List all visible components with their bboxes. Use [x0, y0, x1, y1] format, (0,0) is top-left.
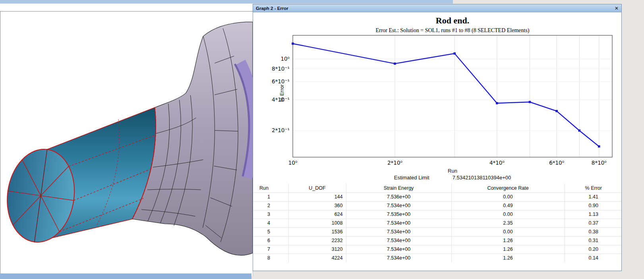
table-cell: 0.38: [565, 227, 621, 236]
table-cell: 0.90: [565, 201, 621, 210]
table-cell: 7.534e+00: [346, 245, 451, 254]
data-point-marker: [529, 101, 531, 103]
table-cell: 0.00: [451, 210, 565, 219]
close-icon[interactable]: ✕: [615, 6, 619, 11]
table-cell: 1.26: [451, 236, 565, 245]
table-cell: 3120: [288, 245, 346, 254]
table-cell: 7: [253, 245, 288, 254]
table-cell: 360: [288, 201, 346, 210]
table-cell: 0.14: [565, 254, 621, 262]
table-cell: 7.534e+00: [346, 219, 451, 227]
data-point-marker: [555, 110, 558, 112]
chart-title: Rod end.: [293, 15, 612, 26]
table-cell: 0.20: [565, 245, 621, 254]
graph-window: Graph 2 - Error ✕ Rod end. Error Est.: S…: [253, 4, 622, 271]
table-cell: 0.49: [451, 201, 565, 210]
viewport-header-gap: [0, 4, 253, 11]
table-cell: 7.534e+00: [346, 201, 451, 210]
y-tick-label: 2*10⁻¹: [272, 127, 290, 133]
table-row: 410087.534e+002.350.37: [253, 219, 621, 227]
column-header-u-dof: U_DOF: [288, 184, 346, 192]
table-cell: 7.534e+00: [346, 236, 451, 245]
window-titlebar[interactable]: Graph 2 - Error ✕: [253, 4, 621, 12]
estimated-limit-label: Estimated Limit: [394, 175, 429, 181]
table-cell: 144: [288, 192, 346, 201]
table-cell: 1.26: [451, 245, 565, 254]
window-title: Graph 2 - Error: [256, 6, 288, 11]
chart-subtitle: Error Est.: Solution = SOL1, runs #1 to …: [293, 27, 612, 34]
data-point-marker: [496, 102, 498, 104]
x-axis-label: Run: [293, 168, 612, 174]
table-cell: 0.00: [451, 192, 565, 201]
table-cell: 1.41: [565, 192, 621, 201]
app-screen: Graph 2 - Error ✕ Rod end. Error Est.: S…: [0, 0, 644, 279]
data-point-marker: [598, 145, 600, 148]
table-cell: 2: [253, 201, 288, 210]
table-cell: 0.37: [565, 219, 621, 227]
selected-cylinder-section: [1, 108, 156, 246]
data-point-marker: [292, 42, 294, 45]
table-cell: 2232: [288, 236, 346, 245]
x-tick-label: 6*10⁰: [549, 160, 564, 166]
table-cell: 624: [288, 210, 346, 219]
column-header-run: Run: [253, 184, 288, 192]
column-header--error: % Error: [565, 184, 621, 192]
table-row: 11447.536e+000.001.41: [253, 192, 621, 201]
table-cell: 1.13: [565, 210, 621, 219]
column-header-convergence-rate: Convergence Rate: [451, 184, 565, 192]
table-cell: 8: [253, 254, 288, 262]
table-row: 842247.534e+001.260.14: [253, 254, 621, 262]
top-toolbar-strip: [0, 0, 453, 4]
x-tick-label: 10⁰: [288, 160, 298, 166]
table-row: 622327.534e+001.260.31: [253, 236, 621, 245]
table-cell: 7.534e+00: [346, 227, 451, 236]
table-row: 23607.534e+000.490.90: [253, 201, 621, 210]
x-tick-label: 4*10⁰: [489, 160, 505, 166]
x-tick-label: 8*10⁰: [592, 160, 607, 166]
table-cell: 3: [253, 210, 288, 219]
table-cell: 4224: [288, 254, 346, 262]
table-row: 731207.534e+001.260.20: [253, 245, 621, 254]
y-tick-label: 10⁰: [280, 56, 290, 62]
y-tick-label: 8*10⁻¹: [272, 65, 290, 72]
table-cell: 4: [253, 219, 288, 227]
table-cell: 0.00: [451, 227, 565, 236]
table-cell: 0.31: [565, 236, 621, 245]
table-row: 36247.535e+000.001.13: [253, 210, 621, 219]
y-tick-label: 6*10⁻¹: [272, 78, 290, 85]
table-cell: 7.536e+00: [346, 192, 451, 201]
table-cell: 1008: [288, 219, 346, 227]
data-point-marker: [394, 63, 396, 65]
y-tick-label: 4*10⁻¹: [272, 96, 290, 103]
bottom-toolbar-strip: [0, 273, 251, 279]
column-header-strain-energy: Strain Energy: [346, 184, 451, 192]
table-cell: 2.35: [451, 219, 565, 227]
data-point-marker: [453, 52, 456, 55]
table-cell: 7.534e+00: [346, 254, 451, 262]
table-cell: 6: [253, 236, 288, 245]
estimated-limit-value: 7.534210138110394e+00: [453, 175, 511, 181]
table-cell: 1536: [288, 227, 346, 236]
graph-window-content: Rod end. Error Est.: Solution = SOL1, ru…: [253, 12, 621, 271]
table-row: 515367.534e+000.000.38: [253, 227, 621, 236]
table-cell: 1.26: [451, 254, 565, 262]
table-header-row: RunU_DOFStrain EnergyConvergence Rate% E…: [253, 184, 621, 192]
estimated-limit-row: Estimated Limit 7.534210138110394e+00: [293, 175, 612, 181]
plot-area: 10⁰8*10⁻¹6*10⁻¹4*10⁻¹2*10⁻¹10⁰2*10⁰4*10⁰…: [253, 35, 621, 168]
table-cell: 5: [253, 227, 288, 236]
x-tick-label: 2*10⁰: [387, 160, 402, 166]
table-cell: 7.535e+00: [346, 210, 451, 219]
data-point-marker: [578, 129, 580, 132]
table-cell: 1: [253, 192, 288, 201]
rod-end-model: [0, 12, 253, 276]
3d-viewport[interactable]: [0, 11, 253, 276]
results-table: RunU_DOFStrain EnergyConvergence Rate% E…: [253, 184, 621, 262]
